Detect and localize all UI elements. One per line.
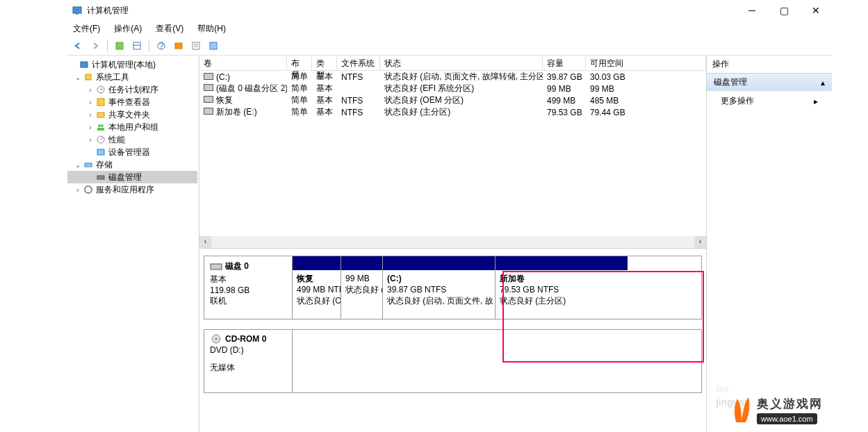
svg-text:?: ? xyxy=(159,41,164,51)
svg-rect-7 xyxy=(175,43,182,49)
disk0-info[interactable]: 磁盘 0 基本 119.98 GB 联机 xyxy=(204,256,293,319)
tree-performance[interactable]: ›性能 xyxy=(67,133,197,146)
detail-icon[interactable] xyxy=(206,38,221,53)
partition[interactable]: (C:)39.87 GB NTFS状态良好 (启动, 页面文件, 故 xyxy=(383,256,496,319)
volume-list: 卷 布局 类型 文件系统 状态 容量 可用空间 (C:)简单基本NTFS状态良好… xyxy=(199,56,706,249)
view-icon[interactable] xyxy=(129,38,145,53)
partition[interactable]: 99 MB状态良好 ( xyxy=(341,256,383,319)
tree-devicemgr[interactable]: 设备管理器 xyxy=(67,146,197,158)
cdrom-section: CD-ROM 0 DVD (D:) 无媒体 xyxy=(204,329,702,393)
svg-rect-27 xyxy=(211,264,222,269)
tree-systools[interactable]: ⌄系统工具 xyxy=(67,71,197,83)
menubar: 文件(F) 操作(A) 查看(V) 帮助(H) xyxy=(66,21,832,36)
actions-panel: 操作 磁盘管理▴ 更多操作▸ xyxy=(707,56,832,432)
back-button[interactable] xyxy=(70,38,85,53)
tree-scheduler[interactable]: ›任务计划程序 xyxy=(67,83,197,96)
tree-localusers[interactable]: ›本地用户和组 xyxy=(67,121,197,133)
svg-point-19 xyxy=(98,124,101,127)
svg-rect-18 xyxy=(97,113,104,117)
col-volume[interactable]: 卷 xyxy=(199,56,287,70)
volume-row[interactable]: (C:)简单基本NTFS状态良好 (启动, 页面文件, 故障转储, 主分区)39… xyxy=(199,71,706,83)
svg-point-29 xyxy=(215,338,218,340)
svg-rect-8 xyxy=(193,42,199,49)
svg-rect-17 xyxy=(97,99,104,106)
refresh-icon[interactable] xyxy=(112,38,127,53)
list-icon[interactable] xyxy=(188,38,204,53)
col-free[interactable]: 可用空间 xyxy=(586,56,706,70)
svg-rect-21 xyxy=(97,128,104,131)
svg-rect-1 xyxy=(76,13,79,15)
volume-row[interactable]: 新加卷 (E:)简单基本NTFS状态良好 (主分区)79.53 GB79.44 … xyxy=(199,106,706,118)
col-type[interactable]: 类型 xyxy=(312,56,337,70)
close-button[interactable]: ✕ xyxy=(800,0,832,21)
cdrom-empty xyxy=(293,329,702,393)
disk0-section: 磁盘 0 基本 119.98 GB 联机 恢复499 MB NTFS状态良好 (… xyxy=(204,256,702,319)
actions-more[interactable]: 更多操作▸ xyxy=(707,91,832,111)
tree-services[interactable]: ›服务和应用程序 xyxy=(67,183,197,196)
tree-sharedfolders[interactable]: ›共享文件夹 xyxy=(67,108,197,121)
svg-rect-24 xyxy=(85,163,92,167)
tree-panel: 计算机管理(本地) ⌄系统工具 ›任务计划程序 ›事件查看器 ›共享文件夹 ›本… xyxy=(66,56,199,432)
help-icon[interactable]: ? xyxy=(154,38,169,53)
menu-action[interactable]: 操作(A) xyxy=(111,22,145,36)
partition[interactable]: 恢复499 MB NTFS状态良好 (OEM xyxy=(293,256,341,319)
chevron-right-icon: ▸ xyxy=(814,97,818,106)
volume-row[interactable]: 恢复简单基本NTFS状态良好 (OEM 分区)499 MB485 MB xyxy=(199,94,706,106)
col-fs[interactable]: 文件系统 xyxy=(337,56,380,70)
horizontal-scrollbar[interactable]: ‹› xyxy=(199,236,706,248)
maximize-button[interactable]: ▢ xyxy=(768,0,800,21)
cdrom-info[interactable]: CD-ROM 0 DVD (D:) 无媒体 xyxy=(204,329,293,393)
col-capacity[interactable]: 容量 xyxy=(543,56,586,70)
toolbar: ? xyxy=(66,36,832,56)
svg-rect-13 xyxy=(85,74,91,80)
partition[interactable]: 新加卷79.53 GB NTFS状态良好 (主分区) xyxy=(496,256,628,319)
volume-row[interactable]: (磁盘 0 磁盘分区 2)简单基本状态良好 (EFI 系统分区)99 MB99 … xyxy=(199,83,706,94)
svg-rect-0 xyxy=(73,7,81,13)
col-layout[interactable]: 布局 xyxy=(287,56,312,70)
tree-diskmgmt[interactable]: 磁盘管理 xyxy=(67,171,197,183)
col-status[interactable]: 状态 xyxy=(380,56,543,70)
center-panel: 卷 布局 类型 文件系统 状态 容量 可用空间 (C:)简单基本NTFS状态良好… xyxy=(199,56,707,432)
disk-view: 磁盘 0 基本 119.98 GB 联机 恢复499 MB NTFS状态良好 (… xyxy=(199,249,706,432)
svg-point-26 xyxy=(85,186,92,193)
actions-section[interactable]: 磁盘管理▴ xyxy=(707,74,832,91)
menu-view[interactable]: 查看(V) xyxy=(153,22,186,36)
tree-storage[interactable]: ⌄存储 xyxy=(67,158,197,171)
forward-button[interactable] xyxy=(88,38,103,53)
actions-header: 操作 xyxy=(707,56,832,74)
window-title: 计算机管理 xyxy=(87,5,736,17)
svg-point-20 xyxy=(101,124,104,127)
svg-rect-3 xyxy=(133,42,140,49)
tree-root[interactable]: 计算机管理(本地) xyxy=(67,58,197,71)
minimize-button[interactable]: ─ xyxy=(736,0,768,21)
menu-file[interactable]: 文件(F) xyxy=(70,22,103,36)
svg-rect-23 xyxy=(97,149,104,155)
svg-rect-25 xyxy=(97,176,104,179)
app-icon xyxy=(72,5,83,16)
svg-rect-12 xyxy=(81,62,88,67)
menu-help[interactable]: 帮助(H) xyxy=(195,22,229,36)
action-icon[interactable] xyxy=(171,38,186,53)
svg-rect-11 xyxy=(210,42,217,49)
collapse-icon: ▴ xyxy=(821,78,825,88)
list-header: 卷 布局 类型 文件系统 状态 容量 可用空间 xyxy=(199,56,706,71)
titlebar: 计算机管理 ─ ▢ ✕ xyxy=(66,0,832,21)
tree-eventviewer[interactable]: ›事件查看器 xyxy=(67,96,197,108)
svg-rect-2 xyxy=(116,42,123,49)
